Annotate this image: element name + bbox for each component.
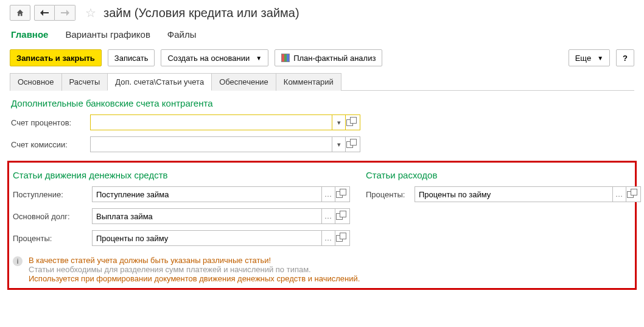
select-button[interactable]: ...: [322, 208, 335, 224]
create-based-on-label: Создать на основании: [167, 54, 250, 63]
menu-item-main[interactable]: Главное: [11, 29, 48, 40]
info-line3: Используется при формировании документов…: [29, 274, 360, 283]
main-menu: Главное Варианты графиков Файлы: [0, 23, 644, 46]
ellipsis-icon: ...: [324, 234, 332, 242]
more-label: Еще: [575, 54, 591, 63]
open-reference-button[interactable]: [335, 208, 350, 224]
favorite-star-icon[interactable]: ☆: [85, 5, 96, 20]
ellipsis-icon: ...: [615, 191, 623, 198]
receipt-input[interactable]: [92, 186, 322, 202]
home-button[interactable]: [10, 5, 30, 21]
create-based-on-button[interactable]: Создать на основании ▼: [161, 49, 268, 66]
tab-collateral[interactable]: Обеспечение: [211, 73, 276, 91]
open-icon: [336, 191, 349, 198]
chart-icon: [281, 54, 290, 62]
more-button[interactable]: Еще ▼: [569, 49, 610, 66]
caret-down-icon: ▾: [337, 141, 341, 149]
info-icon: i: [13, 256, 23, 266]
section-cashflow-title: Статьи движения денежных средств: [13, 170, 354, 180]
caret-down-icon: ▼: [256, 55, 262, 62]
info-line2: Статьи необходимы для разделения сумм пл…: [29, 265, 360, 274]
tab-calculations[interactable]: Расчеты: [61, 73, 108, 91]
home-icon: [16, 9, 24, 17]
open-reference-button[interactable]: [335, 230, 350, 246]
menu-item-variants[interactable]: Варианты графиков: [65, 29, 150, 40]
interest-account-input[interactable]: [90, 114, 332, 130]
save-button[interactable]: Записать: [108, 49, 155, 66]
back-button[interactable]: [34, 5, 55, 21]
open-reference-button[interactable]: [335, 186, 350, 202]
ellipsis-icon: ...: [324, 213, 332, 220]
expense-interest-label: Проценты:: [366, 190, 415, 199]
arrow-left-icon: [40, 10, 49, 16]
save-and-close-button[interactable]: Записать и закрыть: [10, 49, 102, 66]
commission-account-label: Счет комиссии:: [11, 140, 90, 149]
plan-fact-analysis-button[interactable]: План-фактный анализ: [275, 49, 382, 66]
ellipsis-icon: ...: [324, 191, 332, 198]
tab-main[interactable]: Основное: [10, 73, 62, 91]
arrow-right-icon: [61, 10, 69, 16]
plan-fact-label: План-фактный анализ: [293, 54, 376, 63]
select-button[interactable]: ...: [613, 186, 626, 202]
info-warning: В качестве статей учета должны быть указ…: [29, 256, 360, 265]
help-button[interactable]: ?: [616, 49, 634, 66]
menu-item-files[interactable]: Файлы: [167, 29, 197, 40]
forward-button[interactable]: [55, 5, 75, 21]
dropdown-button[interactable]: ▾: [332, 136, 346, 152]
expense-interest-input[interactable]: [415, 186, 613, 202]
dropdown-button[interactable]: ▾: [332, 114, 346, 130]
open-icon: [336, 213, 349, 220]
page-title: займ (Условия кредита или займа): [103, 6, 299, 20]
select-button[interactable]: ...: [322, 186, 335, 202]
toolbar: Записать и закрыть Записать Создать на о…: [0, 46, 644, 72]
tab-comment[interactable]: Комментарий: [276, 73, 341, 91]
sub-tabs: Основное Расчеты Доп. счета\Статьи учета…: [10, 72, 634, 91]
interest-account-label: Счет процентов:: [11, 118, 90, 127]
open-reference-button[interactable]: [346, 136, 360, 152]
open-icon: [346, 141, 360, 148]
section-bank-accounts-title: Дополнительные банковские счета контраге…: [11, 98, 633, 108]
open-reference-button[interactable]: [346, 114, 360, 130]
principal-label: Основной долг:: [13, 212, 92, 221]
select-button[interactable]: ...: [322, 230, 335, 246]
open-icon: [627, 191, 640, 198]
open-icon: [336, 235, 349, 242]
cashflow-interest-input[interactable]: [92, 230, 322, 246]
section-expenses-title: Статьи расходов: [366, 170, 641, 180]
highlighted-section: Статьи движения денежных средств Поступл…: [7, 161, 637, 290]
open-icon: [346, 119, 360, 126]
cashflow-interest-label: Проценты:: [13, 234, 92, 243]
principal-input[interactable]: [92, 208, 322, 224]
tab-accounts[interactable]: Доп. счета\Статьи учета: [107, 73, 212, 91]
caret-down-icon: ▾: [337, 119, 341, 127]
commission-account-input[interactable]: [90, 136, 332, 152]
info-text: В качестве статей учета должны быть указ…: [29, 256, 360, 283]
receipt-label: Поступление:: [13, 190, 92, 199]
open-reference-button[interactable]: [626, 186, 641, 202]
caret-down-icon: ▼: [597, 55, 603, 62]
